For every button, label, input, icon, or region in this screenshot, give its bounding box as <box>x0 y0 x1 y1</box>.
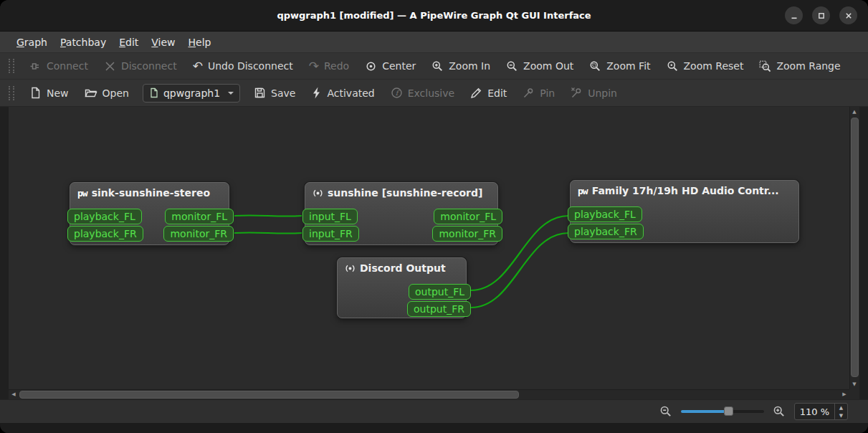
port-monitor-fl[interactable]: monitor_FL <box>165 209 234 224</box>
connect-label: Connect <box>47 60 88 72</box>
unpin-button[interactable]: Unpin <box>563 82 625 103</box>
node-title: sunshine [sunshine-record] <box>328 187 482 199</box>
connection-monitor-fr-to-input-fr[interactable] <box>234 232 302 233</box>
zoom-out-button[interactable]: Zoom Out <box>498 56 581 77</box>
zoom-range-icon <box>759 60 771 72</box>
node-title: Discord Output <box>360 262 446 274</box>
port-monitor-fr[interactable]: monitor_FR <box>432 226 502 242</box>
port-input-fl[interactable]: input_FL <box>302 209 358 224</box>
port-playback-fr[interactable]: playback_FR <box>67 226 143 242</box>
minimize-button[interactable] <box>785 6 803 24</box>
connect-button[interactable]: Connect <box>22 56 96 77</box>
center-button[interactable]: Center <box>357 56 424 77</box>
node-discord-output[interactable]: Discord Output output_FL output_FR <box>337 257 467 318</box>
toolbar-grip[interactable] <box>9 59 14 73</box>
exclusive-button[interactable]: f Exclusive <box>383 82 462 103</box>
zoom-spinbox[interactable]: 110 % ▲ ▼ <box>794 403 848 420</box>
node-header: sunshine [sunshine-record] <box>305 183 497 201</box>
port-playback-fl[interactable]: playback_FL <box>568 206 642 222</box>
toolbar-grip[interactable] <box>9 86 14 100</box>
chevron-down-icon <box>228 92 234 95</box>
connect-icon <box>29 60 42 72</box>
menu-patchbay[interactable]: Patchbay <box>54 34 113 51</box>
horizontal-scroll-handle[interactable] <box>19 391 519 399</box>
pipewire-icon: pw <box>578 186 588 196</box>
zoom-out-icon[interactable] <box>659 405 672 418</box>
maximize-icon <box>817 11 826 20</box>
menu-view[interactable]: View <box>145 34 181 51</box>
zoom-slider-handle[interactable] <box>724 406 733 416</box>
svg-text:f: f <box>395 89 399 97</box>
port-output-fl[interactable]: output_FL <box>409 284 471 300</box>
scroll-left-arrow[interactable]: ◀ <box>9 389 19 399</box>
port-monitor-fl[interactable]: monitor_FL <box>434 209 502 224</box>
unpin-icon <box>571 87 583 99</box>
node-title: Family 17h/19h HD Audio Contr... <box>592 185 779 196</box>
node-sink-sunshine-stereo[interactable]: pw sink-sunshine-stereo playback_FL play… <box>70 182 229 245</box>
close-button[interactable] <box>839 6 857 24</box>
spin-down-button[interactable]: ▼ <box>835 411 847 419</box>
spin-up-button[interactable]: ▲ <box>835 404 847 411</box>
spin-buttons: ▲ ▼ <box>834 404 847 419</box>
new-button[interactable]: New <box>22 82 77 103</box>
menu-graph[interactable]: Graph <box>10 34 54 51</box>
window-bottom-edge <box>0 423 868 433</box>
stream-icon <box>345 263 356 274</box>
zoom-slider[interactable] <box>681 404 764 419</box>
scroll-down-arrow[interactable]: ▼ <box>849 379 859 389</box>
port-monitor-fr[interactable]: monitor_FR <box>163 226 234 242</box>
statusbar: 110 % ▲ ▼ <box>0 399 868 423</box>
port-output-fr[interactable]: output_FR <box>407 301 471 317</box>
window-title: qpwgraph1 [modified] — A PipeWire Graph … <box>0 10 868 21</box>
graph-toolbar: Connect Disconnect ↶ Undo Disconnect ↷ R… <box>0 53 868 80</box>
app-window: qpwgraph1 [modified] — A PipeWire Graph … <box>0 0 868 433</box>
undo-icon: ↶ <box>193 61 203 71</box>
port-input-fr[interactable]: input_FR <box>302 226 359 242</box>
zoom-in-button[interactable]: Zoom In <box>424 56 498 77</box>
graph-canvas[interactable]: pw sink-sunshine-stereo playback_FL play… <box>9 107 849 389</box>
menubar: Graph Patchbay Edit View Help <box>0 32 868 53</box>
node-family-hd-audio[interactable]: pw Family 17h/19h HD Audio Contr... play… <box>570 180 799 243</box>
edit-label: Edit <box>487 87 507 99</box>
vertical-scrollbar[interactable]: ▲ ▼ <box>849 107 859 389</box>
port-playback-fr[interactable]: playback_FR <box>568 224 644 239</box>
connection-monitor-fl-to-input-fl[interactable] <box>234 215 302 216</box>
scroll-right-arrow[interactable]: ▶ <box>839 389 849 399</box>
titlebar[interactable]: qpwgraph1 [modified] — A PipeWire Graph … <box>0 0 868 32</box>
edit-button[interactable]: Edit <box>462 82 515 103</box>
open-label: Open <box>102 87 129 99</box>
profile-name: qpwgraph1 <box>163 87 220 99</box>
pin-label: Pin <box>540 87 555 99</box>
redo-button[interactable]: ↷ Redo <box>301 56 357 76</box>
stream-icon <box>313 188 323 199</box>
zoom-reset-label: Zoom Reset <box>684 60 744 72</box>
undo-disconnect-button[interactable]: ↶ Undo Disconnect <box>185 56 301 76</box>
unpin-label: Unpin <box>588 87 617 99</box>
patchbay-profile-select[interactable]: qpwgraph1 <box>143 84 240 103</box>
vertical-scroll-handle[interactable] <box>851 118 859 377</box>
port-playback-fl[interactable]: playback_FL <box>67 209 142 224</box>
open-button[interactable]: Open <box>77 82 137 103</box>
maximize-button[interactable] <box>812 6 830 24</box>
pin-button[interactable]: Pin <box>515 82 563 103</box>
undo-disconnect-label: Undo Disconnect <box>208 60 293 72</box>
edit-pencil-icon <box>470 87 482 99</box>
node-header: pw Family 17h/19h HD Audio Contr... <box>571 181 798 199</box>
zoom-range-button[interactable]: Zoom Range <box>751 56 848 77</box>
graph-canvas-area: pw sink-sunshine-stereo playback_FL play… <box>9 107 859 399</box>
menu-edit[interactable]: Edit <box>113 34 145 51</box>
zoom-fit-button[interactable]: Zoom Fit <box>581 56 658 77</box>
redo-label: Redo <box>324 60 349 72</box>
disconnect-button[interactable]: Disconnect <box>96 56 185 77</box>
node-sunshine-record[interactable]: sunshine [sunshine-record] input_FL inpu… <box>305 182 498 245</box>
exclusive-label: Exclusive <box>408 87 454 99</box>
activated-button[interactable]: Activated <box>303 82 382 103</box>
minimize-icon <box>790 11 798 20</box>
scroll-up-arrow[interactable]: ▲ <box>849 107 859 117</box>
menu-help[interactable]: Help <box>182 34 218 51</box>
save-button[interactable]: Save <box>246 82 303 103</box>
zoom-slider-fill <box>681 410 727 413</box>
zoom-reset-button[interactable]: Zoom Reset <box>659 56 752 77</box>
horizontal-scrollbar[interactable]: ◀ ▶ <box>9 389 849 399</box>
zoom-in-icon[interactable] <box>773 405 786 418</box>
